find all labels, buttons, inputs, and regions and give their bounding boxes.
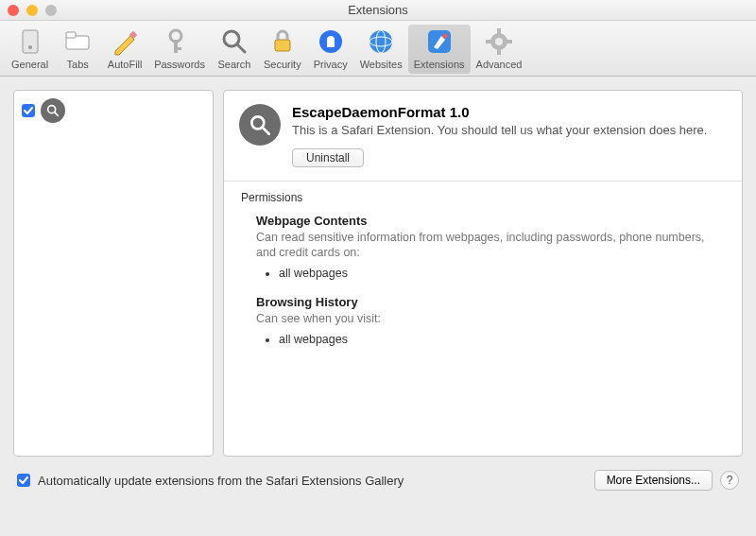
svg-line-9	[237, 44, 245, 52]
extension-header: EscapeDaemonFormat 1.0 This is a Safari …	[239, 104, 727, 167]
svg-rect-10	[275, 40, 290, 51]
svg-rect-22	[507, 40, 512, 43]
svg-rect-19	[497, 28, 501, 34]
svg-line-26	[263, 128, 269, 134]
tab-label: General	[11, 59, 48, 70]
tab-advanced[interactable]: Advanced	[471, 25, 528, 74]
globe-icon	[366, 26, 396, 57]
extension-detail-icon	[239, 104, 281, 146]
permission-item: all webpages	[279, 267, 727, 280]
tab-label: Privacy	[314, 59, 348, 70]
tab-autofill[interactable]: AutoFill	[101, 25, 148, 74]
auto-update-label: Automatically update extensions from the…	[38, 474, 404, 488]
svg-line-24	[55, 112, 59, 116]
tab-label: Tabs	[67, 59, 89, 70]
permission-list: all webpages	[279, 267, 727, 280]
divider	[224, 181, 742, 182]
search-icon	[219, 26, 249, 57]
pref-toolbar: General Tabs AutoFill Passwords Search S…	[0, 21, 756, 77]
svg-point-1	[28, 45, 32, 49]
footer: Automatically update extensions from the…	[0, 464, 756, 504]
key-icon	[164, 26, 195, 57]
tab-label: Extensions	[414, 59, 465, 70]
extension-title: EscapeDaemonFormat 1.0	[292, 104, 727, 120]
extensions-icon	[424, 26, 455, 57]
privacy-icon	[316, 26, 346, 57]
tab-label: Passwords	[154, 59, 205, 70]
tab-search[interactable]: Search	[211, 25, 258, 74]
tab-privacy[interactable]: Privacy	[307, 25, 354, 74]
gear-icon	[484, 26, 514, 57]
extensions-sidebar	[13, 90, 214, 457]
extension-enabled-checkbox[interactable]	[22, 104, 35, 117]
help-button[interactable]: ?	[720, 471, 739, 490]
permission-title: Webpage Contents	[256, 214, 727, 228]
tab-passwords[interactable]: Passwords	[148, 25, 211, 74]
tab-websites[interactable]: Websites	[354, 25, 408, 74]
svg-point-12	[369, 30, 392, 53]
general-icon	[15, 26, 45, 57]
svg-rect-21	[486, 40, 491, 43]
svg-rect-6	[174, 40, 178, 53]
permission-list: all webpages	[279, 333, 727, 346]
permission-description: Can read sensitive information from webp…	[256, 230, 727, 262]
window-title: Extensions	[0, 3, 756, 17]
tab-security[interactable]: Security	[258, 25, 307, 74]
tab-extensions[interactable]: Extensions	[408, 25, 471, 74]
tab-label: Search	[218, 59, 251, 70]
svg-rect-20	[497, 49, 501, 55]
extension-description: This is a Safari Extension. You should t…	[292, 122, 727, 139]
tab-label: Websites	[360, 59, 403, 70]
svg-rect-0	[23, 30, 38, 53]
auto-update-checkbox[interactable]	[17, 474, 30, 487]
titlebar: Extensions	[0, 0, 756, 21]
permission-section-webpage-contents: Webpage Contents Can read sensitive info…	[256, 214, 727, 281]
tab-label: Security	[264, 59, 301, 70]
tab-tabs[interactable]: Tabs	[54, 25, 101, 74]
tab-general[interactable]: General	[6, 25, 54, 74]
permission-description: Can see when you visit:	[256, 311, 727, 327]
permissions-heading: Permissions	[241, 191, 727, 204]
extension-item-icon	[41, 98, 65, 123]
autofill-icon	[110, 26, 140, 57]
svg-point-18	[495, 38, 503, 45]
more-extensions-button[interactable]: More Extensions...	[594, 470, 713, 491]
permission-section-browsing-history: Browsing History Can see when you visit:…	[256, 295, 727, 346]
svg-point-16	[442, 34, 447, 39]
extension-list-item[interactable]	[20, 96, 207, 125]
svg-rect-3	[66, 32, 76, 38]
tabs-icon	[62, 26, 93, 57]
content-area: EscapeDaemonFormat 1.0 This is a Safari …	[13, 90, 743, 457]
svg-rect-7	[174, 47, 181, 50]
uninstall-button[interactable]: Uninstall	[292, 148, 364, 167]
lock-icon	[267, 26, 298, 57]
extension-detail-panel: EscapeDaemonFormat 1.0 This is a Safari …	[223, 90, 743, 457]
permission-item: all webpages	[279, 333, 727, 346]
tab-label: Advanced	[476, 59, 523, 70]
tab-label: AutoFill	[108, 59, 143, 70]
permission-title: Browsing History	[256, 295, 727, 309]
